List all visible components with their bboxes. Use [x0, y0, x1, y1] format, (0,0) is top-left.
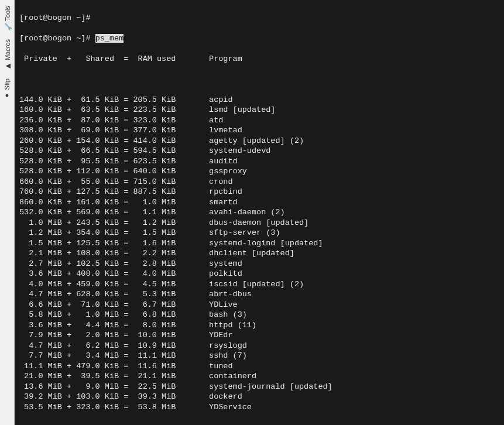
terminal[interactable]: [root@bogon ~]# [root@bogon ~]# ps_mem P…: [15, 0, 504, 425]
table-row: 1.0 MiB + 243.5 KiB = 1.2 MiB dbus-daemo…: [19, 218, 499, 228]
table-row: 4.0 MiB + 459.0 KiB = 4.5 MiB iscsid [up…: [19, 279, 499, 290]
table-row: 660.0 KiB + 55.0 KiB = 715.0 KiB crond: [19, 177, 499, 187]
table-row: 5.8 MiB + 1.0 MiB = 6.8 MiB bash (3): [19, 310, 499, 320]
sidebar-tab-sftp[interactable]: ● Sftp: [2, 75, 12, 103]
table-row: 528.0 KiB + 66.5 KiB = 594.5 KiB systemd…: [19, 146, 499, 156]
sidebar-label-sftp: Sftp: [4, 78, 11, 90]
table-row: 860.0 KiB + 161.0 KiB = 1.0 MiB smartd: [19, 197, 499, 208]
play-icon: ▶: [4, 63, 11, 70]
table-row: 39.2 MiB + 103.0 KiB = 39.3 MiB dockerd: [19, 392, 499, 402]
table-row: 6.6 MiB + 71.0 KiB = 6.7 MiB YDLive: [19, 300, 499, 310]
table-row: 2.1 MiB + 108.0 KiB = 2.2 MiB dhclient […: [19, 248, 499, 259]
blank-line: [19, 74, 499, 85]
table-row: 236.0 KiB + 87.0 KiB = 323.0 KiB atd: [19, 115, 499, 126]
table-row: 528.0 KiB + 112.0 KiB = 640.0 KiB gsspro…: [19, 166, 499, 177]
table-row: 4.7 MiB + 6.2 MiB = 10.9 MiB rsyslogd: [19, 341, 499, 351]
table-row: 21.0 MiB + 39.5 KiB = 21.1 MiB container…: [19, 371, 499, 382]
table-row: 13.6 MiB + 9.0 MiB = 22.5 MiB systemd-jo…: [19, 382, 499, 392]
folder-icon: ●: [4, 92, 11, 99]
table-row: 2.7 MiB + 102.5 KiB = 2.8 MiB systemd: [19, 259, 499, 269]
sidebar: 🔧 Tools ▶ Macros ● Sftp: [0, 0, 15, 425]
table-row: 7.7 MiB + 3.4 MiB = 11.1 MiB sshd (7): [19, 351, 499, 361]
table-row: 760.0 KiB + 127.5 KiB = 887.5 KiB rpcbin…: [19, 187, 499, 197]
prompt-line-2: [root@bogon ~]# ps_mem: [19, 33, 499, 44]
table-row: 144.0 KiB + 61.5 KiB = 205.5 KiB acpid: [19, 95, 499, 105]
table-row: 7.9 MiB + 2.0 MiB = 10.0 MiB YDEdr: [19, 330, 499, 341]
command-highlight: ps_mem: [95, 34, 124, 43]
header-row: Private + Shared = RAM used Program: [19, 54, 499, 64]
table-row: 308.0 KiB + 69.0 KiB = 377.0 KiB lvmetad: [19, 125, 499, 136]
table-row: 11.1 MiB + 479.0 KiB = 11.6 MiB tuned: [19, 361, 499, 372]
table-row: 532.0 KiB + 569.0 KiB = 1.1 MiB avahi-da…: [19, 207, 499, 218]
sidebar-tab-tools[interactable]: 🔧 Tools: [2, 2, 12, 35]
table-row: 528.0 KiB + 95.5 KiB = 623.5 KiB auditd: [19, 156, 499, 167]
table-row: 1.2 MiB + 354.0 KiB = 1.5 MiB sftp-serve…: [19, 228, 499, 238]
table-row: 160.0 KiB + 63.5 KiB = 223.5 KiB lsmd [u…: [19, 105, 499, 115]
sidebar-tab-macros[interactable]: ▶ Macros: [2, 36, 12, 74]
table-row: 3.6 MiB + 408.0 KiB = 4.0 MiB polkitd: [19, 269, 499, 279]
table-row: 53.5 MiB + 323.0 KiB = 53.8 MiB YDServic…: [19, 402, 499, 413]
table-row: 1.5 MiB + 125.5 KiB = 1.6 MiB systemd-lo…: [19, 238, 499, 249]
divider-dashes: ---------------------------------: [19, 423, 499, 426]
sidebar-label-macros: Macros: [4, 39, 11, 60]
prompt-line-1: [root@bogon ~]#: [19, 13, 499, 23]
table-row: 4.7 MiB + 628.0 KiB = 5.3 MiB abrt-dbus: [19, 289, 499, 300]
sidebar-label-tools: Tools: [4, 6, 11, 21]
table-row: 3.6 MiB + 4.4 MiB = 8.0 MiB httpd (11): [19, 320, 499, 331]
table-row: 260.0 KiB + 154.0 KiB = 414.0 KiB agetty…: [19, 136, 499, 146]
wrench-icon: 🔧: [4, 23, 11, 31]
